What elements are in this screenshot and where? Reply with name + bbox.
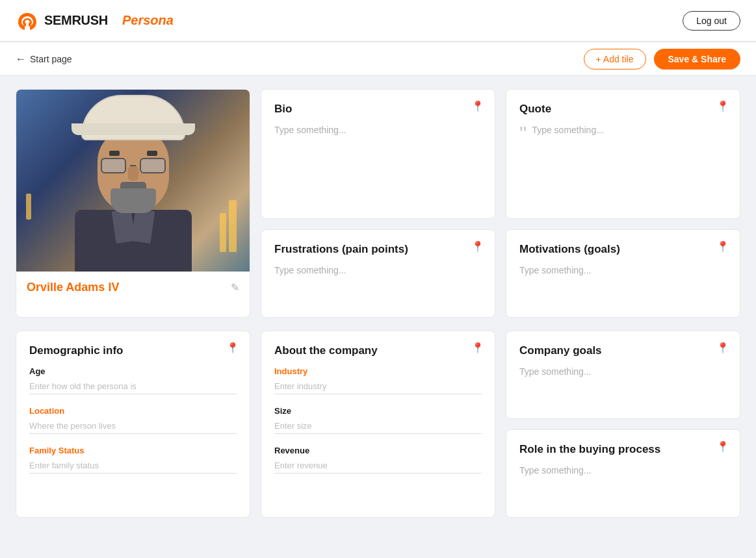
nav-actions: + Add tile Save & Share xyxy=(584,49,741,70)
company-pin-icon: 📍 xyxy=(471,342,484,354)
bg-element-1 xyxy=(229,200,237,252)
main-grid: Orville Adams IV ✎ 📍 Bio Type something.… xyxy=(0,76,756,331)
bio-title: Bio xyxy=(274,103,482,116)
persona-name-area: Orville Adams IV ✎ xyxy=(16,272,250,305)
frustrations-placeholder[interactable]: Type something... xyxy=(274,265,482,304)
age-label: Age xyxy=(29,366,237,376)
persona-beard xyxy=(111,188,156,213)
persona-collar-right xyxy=(131,209,155,244)
quote-placeholder[interactable]: Type something... xyxy=(532,125,727,135)
demographic-pin-icon: 📍 xyxy=(226,342,239,354)
family-status-field-group: Family Status xyxy=(29,446,237,474)
industry-input[interactable] xyxy=(274,379,482,394)
add-tile-button[interactable]: + Add tile xyxy=(584,49,646,70)
company-goals-card: 📍 Company goals Type something... xyxy=(506,331,740,419)
quote-title: Quote xyxy=(519,103,727,116)
back-link[interactable]: ← Start page xyxy=(16,53,72,65)
company-card: 📍 About the company Industry Size Revenu… xyxy=(261,331,495,518)
quote-open-icon: " xyxy=(519,123,527,144)
revenue-input[interactable] xyxy=(274,458,482,474)
nav-bar: ← Start page + Add tile Save & Share xyxy=(0,42,756,76)
bio-card: 📍 Bio Type something... xyxy=(261,89,495,219)
quote-content: " Type something... xyxy=(519,125,727,135)
revenue-label: Revenue xyxy=(274,446,482,455)
age-input[interactable] xyxy=(29,379,237,394)
persona-card: Orville Adams IV ✎ xyxy=(16,89,250,318)
motivations-pin-icon: 📍 xyxy=(716,240,729,253)
logo-area: SEMRUSH Persona xyxy=(16,12,174,30)
role-card: 📍 Role in the buying process Type someth… xyxy=(506,429,740,518)
motivations-card: 📍 Motivations (goals) Type something... xyxy=(506,229,740,318)
demographic-card: 📍 Demographic info Age Location Family S… xyxy=(16,331,250,518)
family-status-input[interactable] xyxy=(29,458,237,474)
company-goals-title: Company goals xyxy=(519,344,727,357)
save-share-button[interactable]: Save & Share xyxy=(654,49,741,70)
semrush-logo-icon xyxy=(16,12,39,30)
bio-placeholder[interactable]: Type something... xyxy=(274,125,482,164)
product-name: Persona xyxy=(122,13,174,28)
back-label: Start page xyxy=(30,54,72,64)
role-title: Role in the buying process xyxy=(519,443,727,456)
frustrations-title: Frustrations (pain points) xyxy=(274,243,482,256)
persona-name-highlight: IV xyxy=(108,281,119,294)
size-field-group: Size xyxy=(274,406,482,434)
persona-name-prefix: Orville Adams xyxy=(27,281,108,294)
bio-pin-icon: 📍 xyxy=(471,100,484,112)
right-column: 📍 Company goals Type something... 📍 Role… xyxy=(506,331,740,518)
persona-image xyxy=(16,90,250,272)
age-field-group: Age xyxy=(29,366,237,394)
glass-right xyxy=(140,158,165,173)
logout-button[interactable]: Log out xyxy=(683,11,740,31)
company-title: About the company xyxy=(274,344,482,357)
persona-hard-hat-brim xyxy=(72,123,195,135)
brand-name: SEMRUSH xyxy=(44,13,108,28)
demographic-title: Demographic info xyxy=(29,344,237,357)
header: SEMRUSH Persona Log out xyxy=(0,0,756,42)
motivations-placeholder[interactable]: Type something... xyxy=(519,265,727,304)
quote-pin-icon: 📍 xyxy=(716,100,729,112)
persona-name: Orville Adams IV xyxy=(27,281,119,294)
revenue-field-group: Revenue xyxy=(274,446,482,474)
motivations-title: Motivations (goals) xyxy=(519,243,727,256)
location-input[interactable] xyxy=(29,418,237,434)
industry-label: Industry xyxy=(274,366,482,376)
back-arrow-icon: ← xyxy=(16,53,26,65)
bg-element-3 xyxy=(26,194,31,220)
company-goals-placeholder[interactable]: Type something... xyxy=(519,366,727,405)
location-label: Location xyxy=(29,406,237,416)
bg-element-2 xyxy=(220,213,226,252)
industry-field-group: Industry xyxy=(274,366,482,394)
frustrations-pin-icon: 📍 xyxy=(471,240,484,253)
glass-bridge xyxy=(130,165,137,166)
family-status-label: Family Status xyxy=(29,446,237,455)
persona-mustache xyxy=(120,182,146,188)
size-label: Size xyxy=(274,406,482,416)
persona-eye-right xyxy=(147,151,157,156)
persona-eye-left xyxy=(109,151,120,156)
role-pin-icon: 📍 xyxy=(716,440,729,453)
frustrations-card: 📍 Frustrations (pain points) Type someth… xyxy=(261,229,495,318)
glass-left xyxy=(101,158,126,173)
size-input[interactable] xyxy=(274,418,482,434)
persona-glasses xyxy=(101,158,166,173)
edit-icon[interactable]: ✎ xyxy=(231,281,239,294)
location-field-group: Location xyxy=(29,406,237,434)
role-placeholder[interactable]: Type something... xyxy=(519,465,727,504)
bottom-grid: 📍 Demographic info Age Location Family S… xyxy=(0,331,756,531)
quote-card: 📍 Quote " Type something... xyxy=(506,89,740,219)
company-goals-pin-icon: 📍 xyxy=(716,342,729,354)
